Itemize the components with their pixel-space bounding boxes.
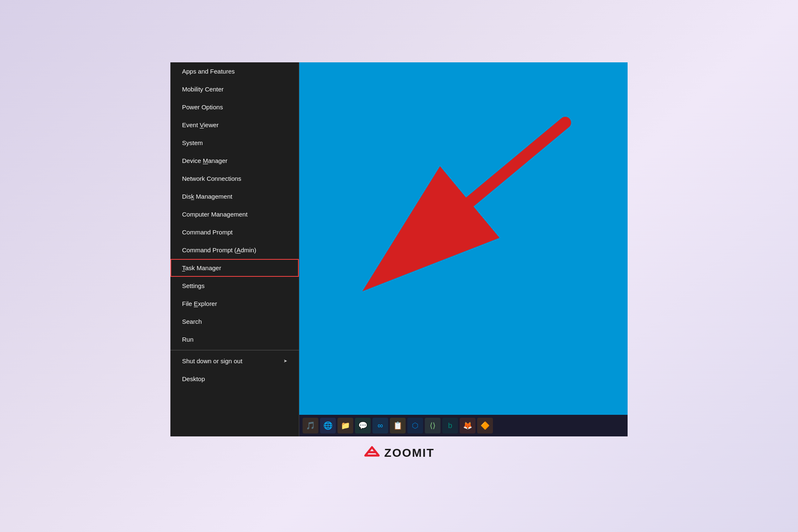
menu-item-command-prompt[interactable]: Command Prompt	[170, 223, 299, 241]
menu-item-shut-down[interactable]: Shut down or sign out➤	[170, 352, 299, 370]
taskbar-icon-firefox[interactable]: 🦊	[460, 418, 475, 433]
taskbar-icon-notes[interactable]: 📋	[390, 418, 406, 433]
svg-line-1	[380, 123, 565, 276]
menu-item-run[interactable]: Run	[170, 330, 299, 348]
menu-item-disk-management[interactable]: Disk Management	[170, 187, 299, 205]
taskbar-icon-code[interactable]: ⟨⟩	[425, 418, 441, 433]
taskbar-icon-chrome[interactable]: 🌐	[320, 418, 336, 433]
taskbar-icon-infinity[interactable]: ∞	[372, 418, 388, 433]
menu-item-search[interactable]: Search	[170, 313, 299, 330]
menu-item-system[interactable]: System	[170, 134, 299, 152]
taskbar-icon-files[interactable]: 📁	[337, 418, 353, 433]
screenshot-container: Apps and FeaturesMobility CenterPower Op…	[170, 62, 628, 470]
menu-item-computer-management[interactable]: Computer Management	[170, 205, 299, 223]
zoomit-label: ZOOMIT	[384, 446, 435, 460]
taskbar-icon-vlc[interactable]: 🔶	[477, 418, 493, 433]
taskbar-icon-bing[interactable]: b	[442, 418, 458, 433]
context-menu: Apps and FeaturesMobility CenterPower Op…	[170, 62, 299, 436]
menu-item-network-connections[interactable]: Network Connections	[170, 170, 299, 187]
menu-item-file-explorer[interactable]: File Explorer	[170, 295, 299, 313]
taskbar: 🎵🌐📁💬∞📋⬡⟨⟩b🦊🔶	[299, 415, 628, 436]
zoomit-logo-icon	[364, 444, 380, 462]
menu-item-task-manager[interactable]: Task Manager	[170, 259, 299, 277]
menu-item-device-manager[interactable]: Device Manager	[170, 152, 299, 170]
desktop-area: 🎵🌐📁💬∞📋⬡⟨⟩b🦊🔶	[299, 62, 628, 436]
menu-separator	[170, 350, 299, 350]
taskbar-icon-vscode[interactable]: ⬡	[407, 418, 423, 433]
menu-item-mobility-center[interactable]: Mobility Center	[170, 80, 299, 98]
taskbar-icon-music[interactable]: 🎵	[303, 418, 318, 433]
menu-item-command-prompt-admin[interactable]: Command Prompt (Admin)	[170, 241, 299, 259]
menu-item-settings[interactable]: Settings	[170, 277, 299, 295]
menu-item-power-options[interactable]: Power Options	[170, 98, 299, 116]
zoomit-branding: ZOOMIT	[364, 444, 435, 462]
screen-area: Apps and FeaturesMobility CenterPower Op…	[170, 62, 628, 436]
submenu-chevron: ➤	[283, 358, 287, 364]
taskbar-icon-whatsapp[interactable]: 💬	[355, 418, 371, 433]
menu-item-apps-features[interactable]: Apps and Features	[170, 62, 299, 80]
annotation-arrow	[299, 62, 628, 436]
menu-item-desktop[interactable]: Desktop	[170, 370, 299, 388]
menu-item-event-viewer[interactable]: Event Viewer	[170, 116, 299, 134]
